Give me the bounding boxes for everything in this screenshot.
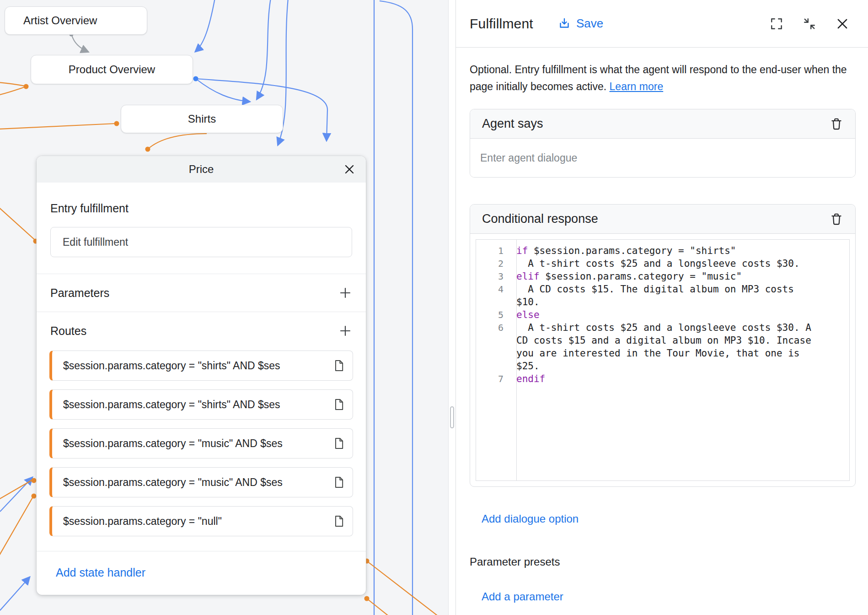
code-keyword: if	[516, 245, 528, 256]
trash-icon[interactable]	[830, 117, 843, 131]
agent-says-title: Agent says	[482, 117, 543, 131]
add-icon[interactable]	[338, 324, 352, 338]
add-state-handler-link[interactable]: Add state handler	[56, 566, 145, 579]
route-condition: $session.params.category = "music" AND $…	[63, 476, 328, 489]
code-text: A CD costs $15. The digital album on MP3…	[516, 283, 818, 308]
close-icon[interactable]	[343, 163, 356, 176]
line-number: 2	[476, 257, 510, 270]
document-icon[interactable]	[332, 398, 345, 411]
price-panel-title: Price	[189, 163, 214, 176]
code-line: 1if $session.params.category = "shirts"	[476, 244, 849, 257]
add-dialogue-option-link[interactable]: Add dialogue option	[482, 512, 579, 525]
code-line: 3elif $session.params.category = "music"	[476, 270, 849, 283]
document-icon[interactable]	[332, 359, 345, 372]
code-lines: 1if $session.params.category = "shirts"2…	[476, 244, 849, 385]
close-icon[interactable]	[836, 17, 849, 31]
line-number: 7	[476, 372, 510, 385]
agent-says-card: Agent says Enter agent dialogue	[470, 109, 856, 178]
code-text: if $session.params.category = "shirts"	[516, 244, 818, 257]
node-label: Artist Overview	[23, 14, 97, 27]
node-artist-overview[interactable]: Artist Overview	[5, 6, 147, 35]
panel-title: Fulfillment	[470, 16, 533, 32]
code-editor[interactable]: 1if $session.params.category = "shirts"2…	[476, 239, 850, 481]
code-line: 7endif	[476, 372, 849, 385]
line-number: 4	[476, 283, 510, 308]
route-item[interactable]: $session.params.category = "shirts" AND …	[49, 351, 353, 381]
edit-fulfillment-button[interactable]: Edit fulfillment	[50, 227, 352, 257]
code-keyword: endif	[516, 373, 545, 384]
line-number: 5	[476, 308, 510, 321]
entry-fulfillment-label: Entry fulfillment	[50, 202, 129, 215]
fulfillment-panel: Fulfillment Save	[455, 0, 868, 615]
document-icon[interactable]	[332, 515, 345, 528]
code-line: 4 A CD costs $15. The digital album on M…	[476, 283, 849, 308]
code-line: 6 A t-shirt costs $25 and a longsleeve c…	[476, 321, 849, 372]
route-item[interactable]: $session.params.category = "shirts" AND …	[49, 389, 353, 420]
price-node-panel: Price Entry fulfillment Edit fulfillment…	[37, 156, 366, 595]
route-condition: $session.params.category = "null"	[63, 515, 328, 528]
trash-icon[interactable]	[830, 212, 843, 226]
line-number: 1	[476, 244, 510, 257]
route-item[interactable]: $session.params.category = "null"	[49, 506, 353, 536]
line-number: 6	[476, 321, 510, 372]
parameters-label: Parameters	[50, 286, 109, 300]
agent-dialogue-input[interactable]: Enter agent dialogue	[470, 139, 855, 177]
route-condition: $session.params.category = "shirts" AND …	[63, 399, 328, 411]
divider	[37, 551, 366, 551]
save-button[interactable]: Save	[558, 16, 603, 31]
conditional-response-card: Conditional response 1if $session.params…	[470, 204, 856, 487]
exit-fullscreen-icon[interactable]	[803, 17, 816, 31]
add-icon[interactable]	[338, 286, 352, 300]
code-text: else	[516, 308, 818, 321]
routes-label: Routes	[50, 324, 86, 338]
code-line: 5else	[476, 308, 849, 321]
route-item[interactable]: $session.params.category = "music" AND $…	[49, 428, 353, 459]
route-condition: $session.params.category = "shirts" AND …	[63, 360, 328, 372]
flow-canvas[interactable]: Artist Overview Product Overview Shirts …	[0, 0, 448, 615]
route-item[interactable]: $session.params.category = "music" AND $…	[49, 467, 353, 497]
node-label: Shirts	[188, 113, 216, 125]
panel-splitter[interactable]	[448, 0, 455, 615]
code-text: elif $session.params.category = "music"	[516, 270, 818, 283]
code-text: A t-shirt costs $25 and a longsleeve cos…	[516, 257, 818, 270]
route-condition: $session.params.category = "music" AND $…	[63, 437, 328, 450]
routes-list: $session.params.category = "shirts" AND …	[37, 351, 366, 536]
dialogflow-page-editor: Artist Overview Product Overview Shirts …	[0, 0, 868, 615]
save-icon	[558, 17, 571, 30]
price-panel-header: Price	[37, 156, 366, 183]
add-parameter-link[interactable]: Add a parameter	[482, 590, 563, 603]
code-keyword: elif	[516, 271, 540, 282]
document-icon[interactable]	[332, 437, 345, 450]
code-text: A t-shirt costs $25 and a longsleeve cos…	[516, 321, 818, 372]
node-shirts[interactable]: Shirts	[121, 105, 283, 133]
code-keyword: else	[516, 309, 540, 320]
fulfillment-panel-header: Fulfillment Save	[456, 0, 868, 48]
learn-more-link[interactable]: Learn more	[610, 81, 664, 92]
node-product-overview[interactable]: Product Overview	[31, 55, 193, 84]
panel-description: Optional. Entry fulfillment is what the …	[470, 61, 856, 95]
conditional-response-title: Conditional response	[482, 212, 598, 226]
fullscreen-icon[interactable]	[770, 17, 783, 31]
node-label: Product Overview	[69, 63, 155, 76]
line-number: 3	[476, 270, 510, 283]
parameter-presets-label: Parameter presets	[470, 556, 856, 568]
code-text: endif	[516, 372, 818, 385]
splitter-handle-icon[interactable]	[450, 406, 454, 428]
input-placeholder: Enter agent dialogue	[480, 152, 577, 164]
code-line: 2 A t-shirt costs $25 and a longsleeve c…	[476, 257, 849, 270]
document-icon[interactable]	[332, 476, 345, 489]
